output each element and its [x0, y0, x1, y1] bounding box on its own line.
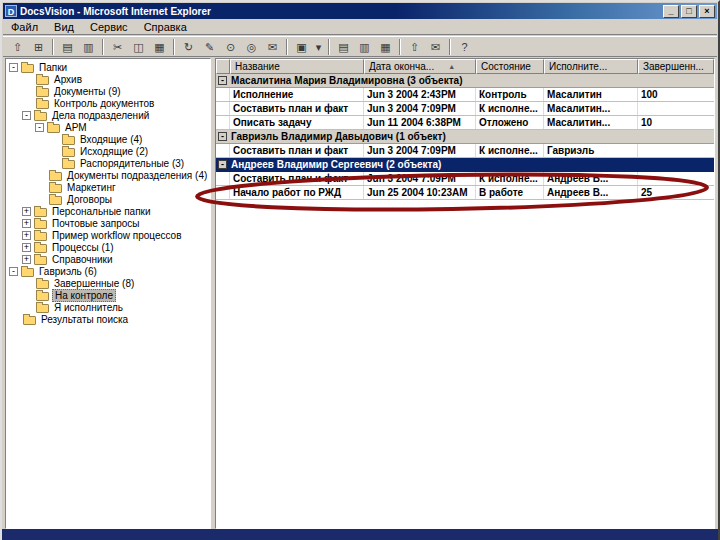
- dropdown-arrow-icon[interactable]: ▾: [313, 38, 324, 55]
- task-date: Jun 3 2004 7:09PM: [364, 102, 476, 115]
- tree-expander-icon[interactable]: +: [22, 255, 31, 264]
- mail-icon[interactable]: ✉: [263, 38, 282, 55]
- task-list: Название Дата оконча...▲ Состояние Испол…: [215, 58, 715, 529]
- column-header-assignee[interactable]: Исполните...: [544, 59, 638, 74]
- view-large-icons-icon[interactable]: ▤: [334, 38, 353, 55]
- column-header-date[interactable]: Дата оконча...▲: [364, 59, 476, 74]
- tree-item[interactable]: Контроль документов: [6, 97, 210, 109]
- tree-item[interactable]: +Пример workflow процессов: [6, 229, 210, 241]
- folder-icon: [34, 232, 47, 241]
- tree-item[interactable]: -Гавриэль (6): [6, 265, 210, 277]
- task-assignee: Гавриэль: [544, 144, 638, 157]
- folder-icon: [62, 136, 75, 145]
- maximize-button[interactable]: □: [681, 5, 697, 18]
- tree-expander-icon[interactable]: +: [22, 231, 31, 240]
- tree-item[interactable]: -Папки: [6, 61, 210, 73]
- tree-item[interactable]: Архив: [6, 73, 210, 85]
- paste-icon[interactable]: ▦: [150, 38, 169, 55]
- tree-item[interactable]: Маркетинг: [6, 181, 210, 193]
- column-header-gutter[interactable]: [216, 59, 230, 74]
- tree-item-label: Результаты поиска: [39, 314, 130, 325]
- menu-view[interactable]: Вид: [46, 20, 82, 34]
- collapse-icon[interactable]: -: [218, 160, 227, 169]
- search-icon[interactable]: ⊙: [221, 38, 240, 55]
- column-label: Завершенн...: [643, 60, 704, 73]
- task-assignee: Андреев В...: [544, 186, 638, 199]
- tree-item[interactable]: -АРМ: [6, 121, 210, 133]
- tree-item[interactable]: +Процессы (1): [6, 241, 210, 253]
- folder-icon: [47, 124, 60, 133]
- menu-help[interactable]: Справка: [136, 20, 195, 34]
- tree-expander-icon[interactable]: +: [22, 219, 31, 228]
- column-header-done[interactable]: Завершенн...: [638, 59, 714, 74]
- new-folder-icon[interactable]: ⊞: [29, 38, 48, 55]
- find-icon[interactable]: ◎: [242, 38, 261, 55]
- toolbar-separator: [173, 39, 175, 55]
- task-date: Jun 11 2004 6:38PM: [364, 116, 476, 129]
- task-name: Составить план и факт: [230, 144, 364, 157]
- folder-icon: [36, 100, 49, 109]
- view-details-icon[interactable]: ▦: [376, 38, 395, 55]
- toolbar-separator: [328, 39, 330, 55]
- tree-item[interactable]: -Дела подразделений: [6, 109, 210, 121]
- tree-item[interactable]: +Справочники: [6, 253, 210, 265]
- help-icon[interactable]: ?: [455, 38, 474, 55]
- tree-item[interactable]: Договоры: [6, 193, 210, 205]
- menu-file[interactable]: Файл: [3, 20, 46, 34]
- group-row-selected[interactable]: -Андреев Владимир Сергеевич (2 объекта): [216, 158, 714, 172]
- task-row[interactable]: Описать задачу Jun 11 2004 6:38PM Отложе…: [216, 116, 714, 130]
- column-header-name[interactable]: Название: [230, 59, 364, 74]
- send-icon[interactable]: ✉: [426, 38, 445, 55]
- tree-expander-icon[interactable]: -: [22, 111, 31, 120]
- collapse-icon[interactable]: -: [218, 76, 227, 85]
- task-row[interactable]: Исполнение Jun 3 2004 2:43PM Контроль Ма…: [216, 88, 714, 102]
- new-task-icon[interactable]: ▣: [292, 38, 311, 55]
- tree-item[interactable]: Результаты поиска: [6, 313, 210, 325]
- tree-expander-icon[interactable]: -: [9, 63, 18, 72]
- view-list-icon[interactable]: ▥: [355, 38, 374, 55]
- tree-item[interactable]: Я исполнитель: [6, 301, 210, 313]
- properties-icon[interactable]: ✎: [200, 38, 219, 55]
- folder-icon: [34, 112, 47, 121]
- tree-item[interactable]: Документы (9): [6, 85, 210, 97]
- tree-expander-icon[interactable]: +: [22, 243, 31, 252]
- collapse-icon[interactable]: -: [218, 132, 227, 141]
- task-assignee: Масалитин...: [544, 116, 638, 129]
- close-button[interactable]: ×: [699, 5, 715, 18]
- tree-expander-icon[interactable]: -: [35, 123, 44, 132]
- open-document-icon[interactable]: ▥: [79, 38, 98, 55]
- task-done: 25: [638, 186, 714, 199]
- tree-item[interactable]: Исходящие (2): [6, 145, 210, 157]
- column-header-state[interactable]: Состояние: [476, 59, 544, 74]
- toolbar-separator: [286, 39, 288, 55]
- menu-service[interactable]: Сервис: [82, 20, 136, 34]
- up-icon[interactable]: ⇧: [405, 38, 424, 55]
- group-row[interactable]: -Масалитина Мария Владимировна (3 объект…: [216, 74, 714, 88]
- task-state: К исполне...: [476, 144, 544, 157]
- tree-item-label: Дела подразделений: [50, 110, 151, 121]
- title-bar[interactable]: D DocsVision - Microsoft Internet Explor…: [3, 3, 717, 19]
- tree-item[interactable]: Входящие (4): [6, 133, 210, 145]
- task-assignee: Масалитин: [544, 88, 638, 101]
- new-document-icon[interactable]: ▤: [58, 38, 77, 55]
- refresh-icon[interactable]: ↻: [179, 38, 198, 55]
- tree-item[interactable]: Документы подразделения (4): [6, 169, 210, 181]
- task-row[interactable]: Составить план и факт Jun 3 2004 7:09PM …: [216, 144, 714, 158]
- group-row[interactable]: -Гавриэль Владимир Давыдович (1 объект): [216, 130, 714, 144]
- tree-item[interactable]: +Почтовые запросы: [6, 217, 210, 229]
- tree-expander-icon[interactable]: +: [22, 207, 31, 216]
- tree-item[interactable]: +Персональные папки: [6, 205, 210, 217]
- task-row[interactable]: Составить план и факт Jun 3 2004 7:09PM …: [216, 102, 714, 116]
- copy-icon[interactable]: ◫: [129, 38, 148, 55]
- tree-item-selected[interactable]: На контроле: [6, 289, 210, 301]
- tree-item[interactable]: Завершенные (8): [6, 277, 210, 289]
- task-row-circled[interactable]: Начало работ по РЖД Jun 25 2004 10:23AM …: [216, 186, 714, 200]
- minimize-button[interactable]: _: [663, 5, 679, 18]
- tree-item[interactable]: Распорядительные (3): [6, 157, 210, 169]
- tree-item-label: Завершенные (8): [52, 278, 136, 289]
- task-row[interactable]: Составить план и факт Jun 3 2004 7:09PM …: [216, 172, 714, 186]
- up-level-icon[interactable]: ⇧: [8, 38, 27, 55]
- tree-expander-icon[interactable]: -: [9, 267, 18, 276]
- cut-icon[interactable]: ✂: [108, 38, 127, 55]
- column-label: Состояние: [481, 60, 531, 73]
